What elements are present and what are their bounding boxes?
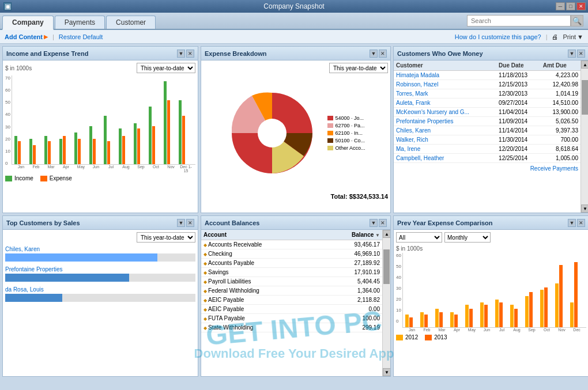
prev-bar-2013-0 <box>409 317 413 327</box>
restore-default-button[interactable]: Restore Default <box>59 33 103 40</box>
income-collapse-btn[interactable]: ▼ <box>177 50 185 58</box>
prev-bar-2013-5 <box>484 305 488 327</box>
top-customer-item-1: Prefontaine Properties <box>5 266 195 282</box>
customize-link[interactable]: How do I customize this page? <box>455 33 541 40</box>
expense-collapse-btn[interactable]: ▼ <box>370 50 378 58</box>
prev-bar-2013-10 <box>559 265 563 327</box>
minimize-button[interactable]: ─ <box>556 2 565 10</box>
customer-name-5[interactable]: Prefontaine Properties <box>394 117 496 126</box>
pie-legend: 54000 · Jo... 62700 · Pa... 62100 · In..… <box>327 115 365 151</box>
top-customers-period-select[interactable]: This year-to-date Last month <box>137 232 195 243</box>
customer-date-9: 12/25/2014 <box>496 154 541 163</box>
prev-year-panel: Prev Year Expense Comparison ▼ ✕ All Mon… <box>393 215 588 377</box>
customer-row-4: McKeown's Nursery and G...11/04/201413,9… <box>394 108 581 117</box>
customers-close-btn[interactable]: ✕ <box>577 50 585 58</box>
search-input[interactable] <box>467 15 571 26</box>
account-scroll-thumb[interactable] <box>383 249 390 284</box>
close-button[interactable]: ✕ <box>576 2 586 10</box>
print-dropdown-icon[interactable]: ▼ <box>577 33 583 40</box>
legend-2012-label: 2012 <box>405 334 418 340</box>
top-customer-name-2[interactable]: da Rosa, Louis <box>5 286 195 293</box>
income-period-select[interactable]: This year-to-date Last month This month <box>137 63 195 73</box>
prev-bars-wrapper: JanFebMarAprMayJunJulAugSepOctNovDec <box>402 253 586 332</box>
top-customer-name-1[interactable]: Prefontaine Properties <box>5 266 195 272</box>
diamond-icon-7: ◆ <box>203 307 207 312</box>
top-customers-collapse-btn[interactable]: ▼ <box>177 219 185 227</box>
customers-collapse-btn[interactable]: ▼ <box>568 50 576 58</box>
scroll-thumb[interactable] <box>582 80 588 115</box>
top-customer-bar-fill-1 <box>5 274 129 282</box>
sort-icon[interactable]: ▼ <box>375 233 380 238</box>
income-bar-5 <box>89 126 92 164</box>
customer-name-8[interactable]: Ma, Irene <box>394 145 496 154</box>
pie-total: Total: $$324,533.14 <box>203 193 388 200</box>
prev-filter-select[interactable]: All <box>396 232 442 243</box>
toolbar: Add Content | Restore Default How do I c… <box>0 30 588 44</box>
prev-period-select[interactable]: Monthly Quarterly <box>444 232 491 243</box>
tab-customer[interactable]: Customer <box>106 16 156 29</box>
legend-expense: Expense <box>40 175 72 181</box>
prev-x-label-10: Nov <box>555 328 569 332</box>
customers-scrollbar[interactable]: ▲ ▼ <box>581 60 588 213</box>
add-content-button[interactable]: Add Content <box>5 33 48 40</box>
customer-name-0[interactable]: Himateja Madala <box>394 71 496 80</box>
scroll-down-arrow[interactable]: ▼ <box>581 205 588 213</box>
customer-name-2[interactable]: Torres, Mark <box>394 89 496 99</box>
diamond-icon-2: ◆ <box>203 261 207 266</box>
account-row-5: ◆Federal Withholding1,364.00 <box>201 286 382 296</box>
account-row-4: ◆Payroll Liabilities5,404.45 <box>201 277 382 286</box>
expense-panel-content: This year-to-date Last month <box>201 60 390 213</box>
expense-bar-4 <box>78 139 81 164</box>
customer-amount-7: 700.00 <box>541 135 581 145</box>
customer-name-7[interactable]: Walker, Rich <box>394 135 496 145</box>
top-customers-controls: ▼ ✕ <box>177 219 194 227</box>
expense-close-btn[interactable]: ✕ <box>379 50 387 58</box>
customer-name-6[interactable]: Chiles, Karen <box>394 126 496 135</box>
prev-y-label: $ in 1000s <box>396 245 423 252</box>
customer-name-3[interactable]: Auleta, Frank <box>394 99 496 108</box>
restore-button[interactable]: □ <box>566 2 575 10</box>
pie-legend-item-5: Other Acco... <box>327 145 365 151</box>
prev-year-collapse-btn[interactable]: ▼ <box>568 219 576 227</box>
tab-company[interactable]: Company <box>2 16 54 30</box>
customer-row-3: Auleta, Frank09/27/201414,510.00 <box>394 99 581 108</box>
prev-year-close-btn[interactable]: ✕ <box>577 219 585 227</box>
print-button[interactable]: Print ▼ <box>563 33 583 40</box>
customer-row-8: Ma, Irene12/20/20148,618.64 <box>394 145 581 154</box>
prev-bar-group-1 <box>420 312 434 327</box>
customer-name-1[interactable]: Robinson, Hazel <box>394 80 496 89</box>
account-balance-6: 2,118.82 <box>320 296 382 305</box>
scroll-up-arrow[interactable]: ▲ <box>581 60 588 69</box>
prev-bar-group-3 <box>450 312 464 327</box>
account-close-btn[interactable]: ✕ <box>379 219 387 227</box>
customer-name-9[interactable]: Campbell, Heather <box>394 154 496 163</box>
customer-row-0: Himateja Madala11/18/20134,223.00 <box>394 71 581 80</box>
customer-amount-8: 8,618.64 <box>541 145 581 154</box>
expense-bar-0 <box>18 141 21 164</box>
top-customers-close-btn[interactable]: ✕ <box>186 219 194 227</box>
bar-group-7 <box>119 128 133 164</box>
account-scroll-up[interactable]: ▲ <box>383 230 390 238</box>
account-collapse-btn[interactable]: ▼ <box>370 219 378 227</box>
account-name-7: ◆AEIC Payable <box>201 305 320 314</box>
prev-year-title: Prev Year Expense Comparison <box>397 219 493 226</box>
tab-payments[interactable]: Payments <box>55 16 105 29</box>
income-close-btn[interactable]: ✕ <box>186 50 194 58</box>
search-button[interactable]: 🔍 <box>571 15 583 26</box>
income-bar-9 <box>149 107 152 164</box>
income-panel-header: Income and Expense Trend ▼ ✕ <box>3 47 198 60</box>
customer-name-4[interactable]: McKeown's Nursery and G... <box>394 108 496 117</box>
window-title: Company Snapshot <box>263 2 324 10</box>
bar-group-11 <box>179 100 193 164</box>
prev-bar-2013-7 <box>514 309 518 328</box>
account-panel-controls: ▼ ✕ <box>370 219 387 227</box>
account-scroll-down[interactable]: ▼ <box>383 368 390 376</box>
account-balance-7: 0.00 <box>320 305 382 314</box>
top-customers-content: This year-to-date Last month Chiles, Kar… <box>3 230 198 376</box>
top-customer-name-0[interactable]: Chiles, Karen <box>5 246 195 252</box>
diamond-icon-5: ◆ <box>203 289 207 294</box>
account-scrollbar[interactable]: ▲ ▼ <box>382 230 390 376</box>
expense-period-select[interactable]: This year-to-date Last month <box>329 63 388 73</box>
receive-payments-link[interactable]: Receive Payments <box>394 163 581 173</box>
bar-group-1 <box>29 139 44 164</box>
